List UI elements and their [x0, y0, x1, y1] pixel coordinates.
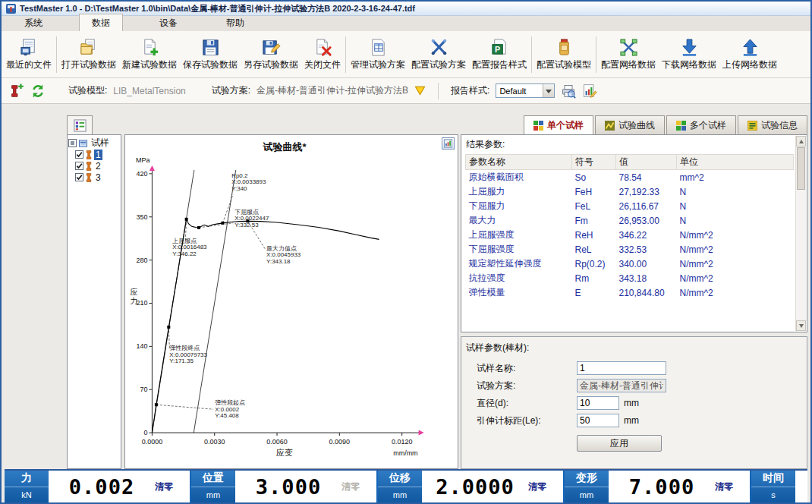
- results-cell: ReH: [572, 228, 616, 242]
- tab-curve-tab[interactable]: 试验曲线: [595, 115, 665, 134]
- plan-value: 金属-棒材-普通引伸计-拉伸试验方法B: [257, 84, 408, 97]
- download-network-icon: [680, 38, 699, 57]
- tree-root-sample[interactable]: 试样: [68, 137, 120, 149]
- param-input-4[interactable]: [577, 414, 619, 427]
- toolbar-save-data-button[interactable]: 保存试验数据: [180, 33, 241, 76]
- toolbar-button-label: 管理试验方案: [351, 58, 405, 71]
- toolbar-download-network-button[interactable]: 下载网络数据: [659, 33, 719, 76]
- root-checkbox-icon[interactable]: [68, 139, 77, 147]
- results-cell: N: [677, 213, 794, 228]
- report-style-value: Default: [496, 87, 543, 96]
- app-window: TestMaster 1.0 - D:\TestMaster 1.0\bin\D…: [0, 0, 812, 504]
- toolbar-config-network-button[interactable]: 配置网络数据: [598, 33, 659, 76]
- svg-text:P: P: [495, 44, 500, 53]
- menu-item-1[interactable]: 系统: [12, 14, 55, 31]
- chart-text: 0.0120: [392, 438, 412, 446]
- result-tabs: 单个试样试验曲线多个试样试验信息: [522, 115, 807, 134]
- recent-file-icon: [20, 38, 39, 57]
- refresh-icon[interactable]: [30, 83, 46, 99]
- info-tab-icon: [747, 121, 757, 131]
- results-cell: E: [572, 285, 616, 300]
- tab-label: 试验信息: [761, 119, 798, 132]
- checkbox-checked-icon[interactable]: [75, 162, 83, 170]
- tree-item-sample-2[interactable]: 2: [68, 160, 120, 172]
- toolbar-button-label: 新建试验数据: [122, 58, 177, 71]
- toolbar-button-label: 下载网络数据: [662, 58, 716, 71]
- toolbar-config-plan-button[interactable]: 配置试验方案: [408, 33, 469, 76]
- channel-value: 7.000: [609, 471, 715, 502]
- zero-button-deformation[interactable]: 清零: [715, 471, 750, 502]
- results-scrollbar[interactable]: [795, 136, 806, 331]
- tab-sample-list[interactable]: [67, 115, 93, 134]
- scrollbar-thumb[interactable]: [797, 147, 805, 190]
- tab-row: 单个试样试验曲线多个试样试验信息: [2, 113, 810, 134]
- zero-button-displacement[interactable]: 清零: [528, 471, 563, 502]
- menu-item-4[interactable]: 帮助: [214, 14, 257, 31]
- toolbar-upload-network-button[interactable]: 上传网络数据: [719, 33, 780, 76]
- chart-text: 0.0030: [204, 438, 225, 446]
- chart-popup-button[interactable]: [442, 137, 455, 150]
- toolbar-new-data-button[interactable]: 新建试验数据: [119, 33, 180, 76]
- report-view-icon[interactable]: [582, 83, 597, 99]
- close-file-icon: [313, 38, 332, 57]
- channel-time: 时间s: [751, 471, 807, 502]
- results-cell: 26,953.00: [616, 213, 677, 228]
- add-specimen-icon[interactable]: [9, 83, 24, 99]
- toolbar-manage-plan-button[interactable]: 管理试验方案: [348, 33, 408, 76]
- apply-button[interactable]: 应用: [577, 435, 662, 452]
- tree-item-label: 3: [94, 172, 102, 183]
- zero-button-position[interactable]: 清零: [341, 471, 376, 502]
- chart-panel: 试验曲线*MPa应力0701402102803504200.00000.0030…: [124, 134, 458, 469]
- param-row: 试验方案:: [477, 379, 807, 392]
- param-input-1[interactable]: [577, 361, 666, 375]
- toolbar-button-label: 上传网络数据: [722, 58, 777, 71]
- menu-item-2[interactable]: 数据: [79, 14, 123, 31]
- results-cell: FeH: [572, 184, 616, 199]
- toolbar-save-as-data-button[interactable]: 另存试验数据: [241, 33, 301, 76]
- channel-unit: s: [751, 487, 795, 503]
- toolbar-config-model-button[interactable]: 配置试验模型: [533, 33, 594, 76]
- toolbar-open-data-button[interactable]: 打开试验数据: [58, 33, 119, 76]
- tab-single-sample[interactable]: 单个试样: [524, 115, 593, 134]
- tree-item-sample-1[interactable]: 1: [68, 149, 120, 160]
- results-cell: 210,844.80: [616, 285, 677, 300]
- tab-info-tab[interactable]: 试验信息: [738, 115, 807, 134]
- scroll-down-icon[interactable]: [796, 320, 806, 331]
- config-network-icon: [619, 38, 638, 57]
- param-row: 试样名称:: [477, 361, 807, 375]
- tree-item-sample-3[interactable]: 3: [68, 172, 120, 183]
- results-cell: mm^2: [677, 170, 794, 185]
- toolbar-separator: [345, 36, 346, 73]
- results-cell: 规定塑性延伸强度: [466, 257, 572, 271]
- scroll-up-icon[interactable]: [796, 136, 806, 146]
- param-label: 试样名称:: [477, 362, 577, 375]
- results-cell: N: [677, 199, 794, 213]
- results-cell: 抗拉强度: [466, 271, 572, 285]
- toolbar-config-report-button[interactable]: P配置报告样式: [469, 33, 530, 76]
- results-cell: So: [572, 170, 616, 185]
- channel-value: 0.002: [49, 471, 155, 502]
- tab-label: 试验曲线: [618, 119, 655, 132]
- toolbar-close-file-button[interactable]: 关闭文件: [301, 33, 344, 76]
- menu-item-3[interactable]: 设备: [147, 14, 190, 31]
- zero-button-force[interactable]: 清零: [155, 471, 190, 502]
- print-preview-icon[interactable]: [561, 83, 576, 99]
- toolbar-separator: [596, 36, 596, 73]
- report-style-label: 报告样式:: [451, 84, 489, 97]
- toolbar-separator: [56, 36, 57, 73]
- checkbox-checked-icon[interactable]: [75, 150, 83, 159]
- plan-warning-dropdown-icon[interactable]: [414, 86, 426, 96]
- results-cell: 27,192.33: [616, 184, 677, 199]
- toolbar-separator: [531, 36, 532, 73]
- specimen-icon: [85, 150, 93, 159]
- tab-multi-sample[interactable]: 多个试样: [666, 115, 736, 134]
- tree-root-label: 试样: [90, 137, 111, 150]
- checkbox-checked-icon[interactable]: [75, 173, 83, 181]
- chevron-down-icon: [543, 84, 554, 97]
- param-input-3[interactable]: [577, 396, 619, 410]
- report-style-select[interactable]: Default: [496, 83, 555, 98]
- toolbar-recent-file-button[interactable]: 最近的文件: [3, 33, 55, 76]
- curve-tab-icon: [605, 121, 615, 131]
- param-unit: mm: [624, 398, 639, 408]
- toolbar-button-label: 配置试验模型: [537, 58, 591, 71]
